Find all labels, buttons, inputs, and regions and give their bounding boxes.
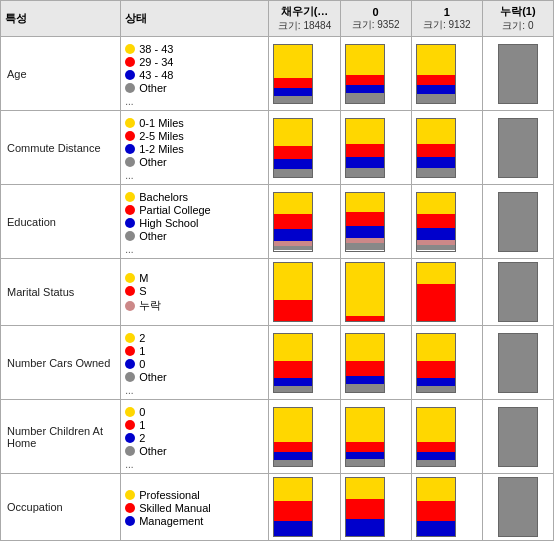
legend-dot	[125, 192, 135, 202]
bar-cell-5-1	[340, 400, 411, 474]
bar-segment-blue	[417, 521, 455, 536]
legend: 210Other	[125, 332, 264, 383]
stacked-bar	[416, 44, 456, 104]
legend: ProfessionalSkilled ManualManagement	[125, 489, 264, 527]
bar-segment-red	[417, 75, 455, 85]
legend-label: 29 - 34	[139, 56, 173, 68]
legend-dot	[125, 503, 135, 513]
bar-segment-blue	[346, 519, 384, 536]
stacked-bar	[273, 333, 313, 393]
bar-segment-yellow	[417, 478, 455, 501]
legend-dot	[125, 118, 135, 128]
bar-cell-0-1	[340, 37, 411, 111]
legend-dot	[125, 433, 135, 443]
legend-item: 43 - 48	[125, 69, 264, 81]
legend-dot	[125, 446, 135, 456]
bar-cell-2-3	[482, 185, 553, 259]
bar-segment-gray	[417, 460, 455, 466]
state-cell-0: 38 - 4329 - 3443 - 48Other...	[121, 37, 269, 111]
bar-segment-yellow	[417, 263, 455, 284]
bar-segment-blue	[274, 229, 312, 241]
gray-bar	[498, 407, 538, 467]
bar-cell-2-1	[340, 185, 411, 259]
bar-segment-yellow	[274, 263, 312, 300]
legend-item: Skilled Manual	[125, 502, 264, 514]
bar-cell-1-1	[340, 111, 411, 185]
gray-bar	[498, 192, 538, 252]
bar-segment-gray	[274, 246, 312, 251]
state-cell-4: 210Other...	[121, 326, 269, 400]
bar-segment-red	[417, 214, 455, 229]
legend-item: 29 - 34	[125, 56, 264, 68]
stacked-bar	[345, 192, 385, 252]
bar-cell-3-3	[482, 259, 553, 326]
bar-segment-yellow	[274, 478, 312, 501]
bar-cell-2-0	[269, 185, 340, 259]
bar-segment-red	[274, 442, 312, 452]
bar-segment-yellow	[274, 45, 312, 79]
legend: 012Other	[125, 406, 264, 457]
legend-item: M	[125, 272, 264, 284]
bar-segment-gray	[417, 168, 455, 177]
legend-dot	[125, 218, 135, 228]
stacked-bar	[345, 118, 385, 178]
bar-segment-yellow	[274, 193, 312, 214]
bar-segment-red	[346, 144, 384, 158]
bar-cell-4-1	[340, 326, 411, 400]
bar-segment-gray	[346, 459, 384, 466]
legend-item: 1	[125, 419, 264, 431]
bar-cell-0-3	[482, 37, 553, 111]
bar-segment-red	[274, 361, 312, 378]
bar-segment-blue	[417, 378, 455, 386]
ellipsis: ...	[125, 96, 264, 107]
table-row: Number Children At Home012Other...	[1, 400, 554, 474]
state-cell-2: BachelorsPartial CollegeHigh SchoolOther…	[121, 185, 269, 259]
header-sub: 크기: 9132	[423, 19, 471, 30]
bar-cell-5-2	[411, 400, 482, 474]
bar-segment-red	[274, 501, 312, 520]
header-col1: 0크기: 9352	[340, 1, 411, 37]
feature-label: Number Children At Home	[7, 425, 103, 449]
header-col2: 1크기: 9132	[411, 1, 482, 37]
legend-label: Bachelors	[139, 191, 188, 203]
bar-segment-blue	[417, 228, 455, 240]
bar-segment-blue	[274, 378, 312, 386]
stacked-bar	[273, 477, 313, 537]
ellipsis: ...	[125, 459, 264, 470]
bar-segment-gray	[274, 460, 312, 466]
legend-item: Other	[125, 156, 264, 168]
table-row: Marital StatusMS누락	[1, 259, 554, 326]
legend-dot	[125, 359, 135, 369]
bar-cell-6-1	[340, 474, 411, 541]
legend-item: 0-1 Miles	[125, 117, 264, 129]
legend-label: 1-2 Miles	[139, 143, 184, 155]
stacked-bar	[273, 118, 313, 178]
legend-item: Bachelors	[125, 191, 264, 203]
bar-segment-gray	[417, 94, 455, 103]
bar-segment-yellow	[274, 119, 312, 146]
legend-label: 43 - 48	[139, 69, 173, 81]
feature-label: Age	[7, 68, 27, 80]
header-sub: 크기: 9352	[352, 19, 400, 30]
legend-label: S	[139, 285, 146, 297]
stacked-bar	[273, 44, 313, 104]
bar-cell-3-2	[411, 259, 482, 326]
gray-bar	[498, 262, 538, 322]
bar-segment-blue	[417, 157, 455, 168]
bar-segment-blue	[417, 85, 455, 94]
bar-segment-gray	[417, 386, 455, 392]
main-table: 특성상태채우기(…크기: 184840크기: 93521크기: 9132누락(1…	[0, 0, 554, 541]
bar-segment-red	[417, 284, 455, 321]
stacked-bar	[273, 262, 313, 322]
bar-segment-gray	[346, 384, 384, 392]
stacked-bar	[345, 44, 385, 104]
header-label: 상태	[125, 12, 147, 24]
header-sub: 크기: 18484	[278, 20, 331, 31]
bar-cell-4-3	[482, 326, 553, 400]
legend-label: Other	[139, 371, 167, 383]
legend-item: Management	[125, 515, 264, 527]
bar-segment-yellow	[274, 334, 312, 361]
bar-segment-blue	[274, 521, 312, 536]
legend-item: Other	[125, 230, 264, 242]
legend: BachelorsPartial CollegeHigh SchoolOther	[125, 191, 264, 242]
